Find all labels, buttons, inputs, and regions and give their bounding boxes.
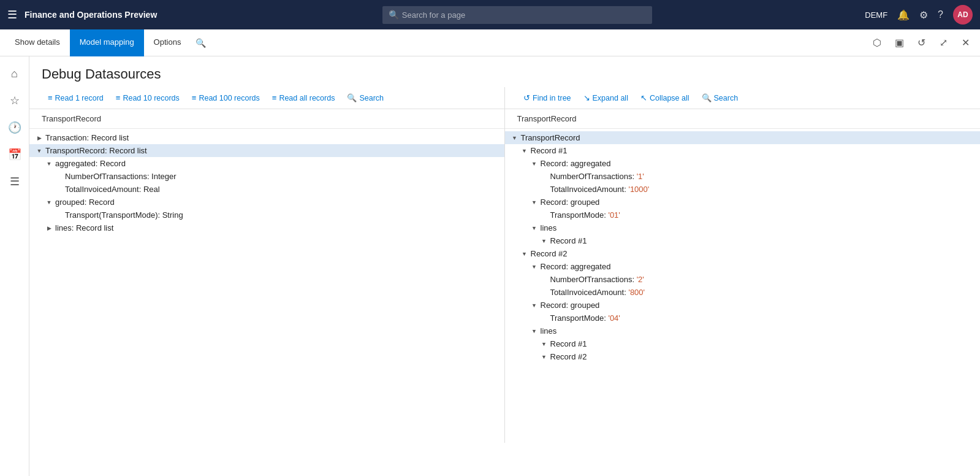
notification-icon[interactable]: 🔔 xyxy=(897,9,910,21)
hamburger-icon[interactable]: ☰ xyxy=(7,8,17,21)
nav-search-input[interactable] xyxy=(382,6,652,24)
toolbar2-refresh-icon[interactable]: ↺ xyxy=(911,33,931,53)
toolbar2-grid-icon[interactable]: ▣ xyxy=(889,33,909,53)
toolbar2-hex-icon[interactable]: ⬡ xyxy=(867,33,887,53)
nav-search-icon: 🔍 xyxy=(389,10,399,20)
toolbar2-right: ⬡ ▣ ↺ ⤢ ✕ xyxy=(867,33,975,53)
toolbar2-close-icon[interactable]: ✕ xyxy=(955,33,975,53)
app-title: Finance and Operations Preview xyxy=(25,10,157,20)
env-label: DEMF xyxy=(865,10,887,20)
top-nav-right: DEMF 🔔 ⚙ ? AD xyxy=(865,5,973,25)
nav-search-wrap: 🔍 xyxy=(169,6,865,24)
toolbar2: Show details Model mapping Options 🔍 ⬡ ▣… xyxy=(0,29,980,56)
help-icon[interactable]: ? xyxy=(938,9,943,20)
top-nav: ☰ Finance and Operations Preview 🔍 DEMF … xyxy=(0,0,980,29)
toolbar2-search-icon[interactable]: 🔍 xyxy=(196,38,206,48)
nav-search-container: 🔍 xyxy=(382,6,652,24)
toolbar2-expand-icon[interactable]: ⤢ xyxy=(933,33,953,53)
avatar[interactable]: AD xyxy=(953,5,973,25)
tab-model-mapping[interactable]: Model mapping xyxy=(70,29,144,56)
tab-options[interactable]: Options xyxy=(144,29,191,56)
settings-icon[interactable]: ⚙ xyxy=(919,9,928,21)
tab-show-details[interactable]: Show details xyxy=(5,29,70,56)
